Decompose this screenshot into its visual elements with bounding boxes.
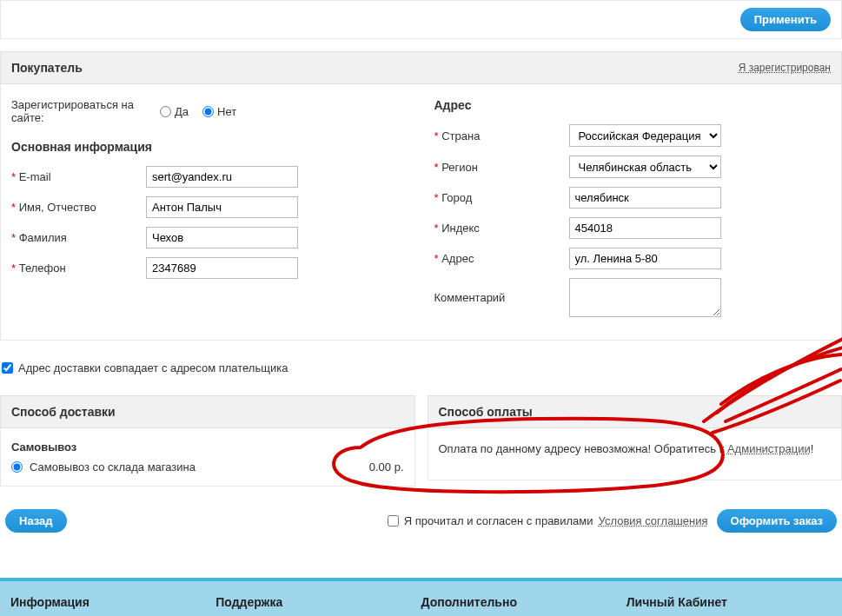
register-yes-label: Да [175,105,189,118]
agree-checkbox[interactable] [388,515,399,527]
terms-link[interactable]: Условия соглашения [599,514,708,527]
same-address-label: Адрес доставки совпадает с адресом плате… [18,361,288,374]
register-on-site-label: Зарегистрироваться на сайте: [11,98,146,124]
surname-label: * Фамилия [11,231,146,244]
back-button[interactable]: Назад [5,509,67,533]
index-field[interactable] [569,217,721,239]
footer-extra[interactable]: Дополнительно [421,595,627,609]
region-label: * Регион [434,161,569,174]
delivery-pickup-radio[interactable] [11,461,23,473]
footer-account[interactable]: Личный Кабинет [627,595,832,609]
address-heading: Адрес [434,98,832,112]
already-registered-link[interactable]: Я зарегистрирован [739,62,831,74]
comment-field[interactable] [569,278,721,317]
footer-info[interactable]: Информация [10,595,215,609]
name-field[interactable] [146,196,298,218]
name-label: * Имя, Отчество [11,201,146,214]
email-label: * E-mail [11,170,146,183]
phone-field[interactable] [146,257,298,279]
delivery-price: 0.00 р. [369,460,404,474]
buyer-title: Покупатель [11,61,83,75]
agree-label: Я прочитал и согласен с правилами [404,514,593,527]
register-yes-radio[interactable] [160,106,171,117]
email-field[interactable] [146,166,298,188]
addr-label: * Адрес [434,252,569,265]
country-select[interactable]: Российская Федерация [569,124,721,147]
admin-link[interactable]: Администрации [727,442,811,455]
submit-order-button[interactable]: Оформить заказ [717,509,837,533]
region-select[interactable]: Челябинская область [569,156,721,178]
delivery-header: Способ доставки [0,395,415,428]
delivery-pickup-label: Самовывоз со склада магазина [30,460,196,474]
surname-field[interactable] [146,227,298,248]
city-label: * Город [434,191,569,204]
buyer-header: Покупатель Я зарегистрирован [0,51,842,84]
main-info-heading: Основная информация [11,140,408,154]
index-label: * Индекс [434,222,569,235]
phone-label: * Телефон [11,262,146,275]
same-address-checkbox[interactable] [2,362,13,374]
city-field[interactable] [569,187,721,209]
register-no-label: Нет [217,105,236,118]
delivery-method-title: Самовывоз [11,440,404,454]
apply-button[interactable]: Применить [740,8,831,31]
country-label: * Страна [434,129,569,142]
addr-field[interactable] [569,248,721,269]
footer-nav: Информация Поддержка Дополнительно Личны… [0,578,842,616]
footer-support[interactable]: Поддержка [215,595,421,609]
payment-header: Способ оплаты [428,395,843,428]
register-no-radio[interactable] [202,106,214,117]
payment-warning: Оплата по данному адресу невозможна! Обр… [439,440,832,458]
comment-label: Комментарий [434,291,569,304]
